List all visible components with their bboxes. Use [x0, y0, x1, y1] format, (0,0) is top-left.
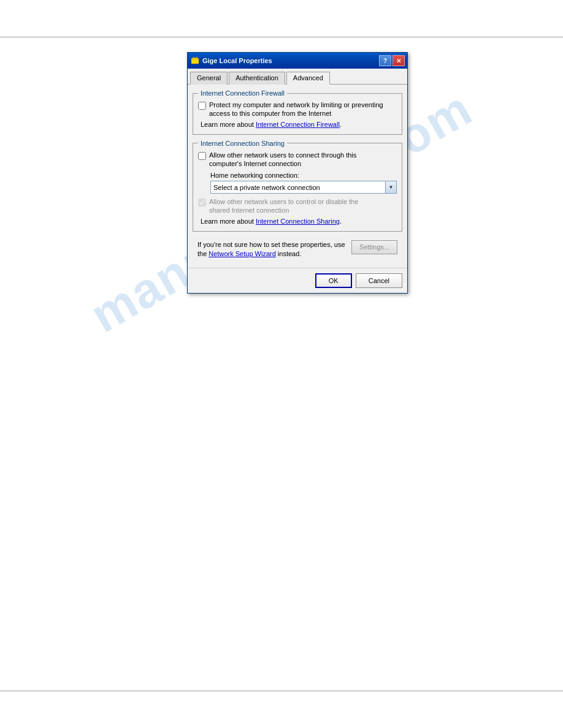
tab-area: General Authentication Advanced	[188, 69, 407, 85]
content-area: Internet Connection Firewall Protect my …	[188, 85, 407, 268]
window-title: Gige Local Properties	[202, 57, 377, 64]
window: Gige Local Properties ? ✕ General Authen…	[187, 52, 408, 294]
ok-button[interactable]: OK	[315, 273, 352, 288]
dialog-container: Gige Local Properties ? ✕ General Authen…	[187, 52, 408, 294]
page-border-top	[0, 37, 563, 37]
cancel-button[interactable]: Cancel	[356, 273, 402, 288]
firewall-learn-more: Learn more about Internet Connection Fir…	[201, 121, 397, 128]
sharing-checkbox[interactable]	[198, 152, 206, 160]
firewall-checkbox-label: Protect my computer and network by limit…	[209, 100, 383, 118]
sharing-section: Internet Connection Sharing Allow other …	[193, 140, 402, 232]
footer-buttons: OK Cancel	[188, 268, 407, 293]
firewall-learn-more-link[interactable]: Internet Connection Firewall	[256, 121, 340, 128]
title-bar: Gige Local Properties ? ✕	[188, 53, 407, 69]
window-icon	[190, 56, 200, 66]
firewall-legend: Internet Connection Firewall	[198, 89, 287, 97]
settings-button[interactable]: Settings...	[351, 240, 397, 254]
page-border-bottom	[0, 691, 563, 691]
firewall-checkbox[interactable]	[198, 102, 206, 110]
svg-rect-0	[191, 58, 199, 64]
bottom-note-text: If you're not sure how to set these prop…	[197, 240, 347, 259]
firewall-section: Internet Connection Firewall Protect my …	[193, 89, 402, 135]
sharing-checkbox-label: Allow other network users to connect thr…	[209, 151, 356, 169]
tab-authentication[interactable]: Authentication	[229, 72, 285, 85]
sharing-checkbox-row: Allow other network users to connect thr…	[198, 151, 397, 169]
dropdown-arrow-icon[interactable]	[386, 181, 397, 194]
dropdown-row: Select a private network connection	[210, 181, 397, 194]
control-checkbox[interactable]	[198, 199, 206, 207]
control-checkbox-row: Allow other network users to control or …	[198, 197, 397, 215]
title-bar-buttons: ? ✕	[379, 55, 405, 66]
firewall-checkbox-row: Protect my computer and network by limit…	[198, 100, 397, 118]
sharing-legend: Internet Connection Sharing	[198, 140, 287, 147]
sharing-learn-more-link[interactable]: Internet Connection Sharing	[256, 218, 340, 225]
bottom-note: If you're not sure how to set these prop…	[193, 237, 402, 263]
sharing-learn-more: Learn more about Internet Connection Sha…	[201, 218, 397, 225]
help-button[interactable]: ?	[379, 55, 391, 66]
network-setup-wizard-link[interactable]: Network Setup Wizard	[209, 250, 275, 257]
home-net-label: Home networking connection:	[210, 172, 397, 179]
close-button[interactable]: ✕	[393, 55, 405, 66]
network-connection-dropdown[interactable]: Select a private network connection	[210, 181, 386, 194]
control-checkbox-label: Allow other network users to control or …	[209, 197, 358, 215]
tab-general[interactable]: General	[190, 72, 228, 85]
tab-advanced[interactable]: Advanced	[286, 72, 330, 85]
